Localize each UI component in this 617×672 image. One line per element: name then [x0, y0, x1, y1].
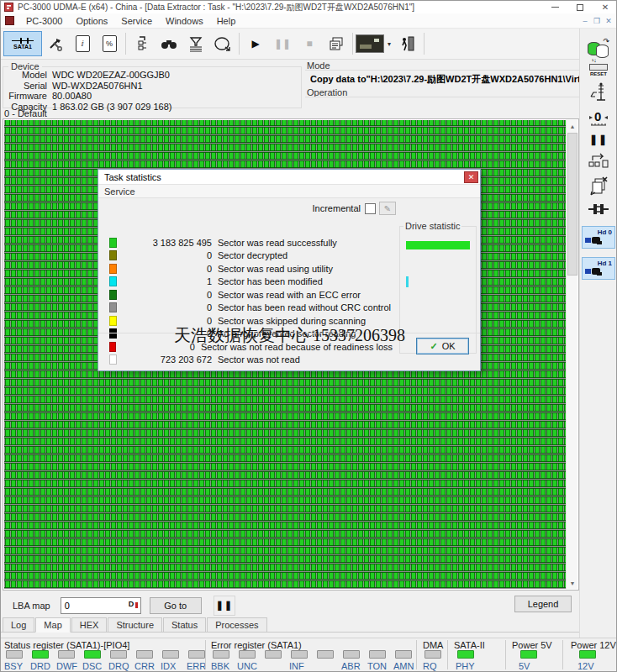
dropdown-arrow-icon[interactable]: ▾	[388, 40, 391, 48]
stop-task-button[interactable]: ■	[296, 31, 323, 56]
tab-processes[interactable]: Processes	[207, 617, 266, 632]
lba-input-value: 0	[65, 601, 128, 611]
color-chip	[109, 316, 117, 326]
run-task-button[interactable]: ▶	[242, 31, 269, 56]
map-pause-button[interactable]: ❚❚	[214, 596, 235, 616]
scroll-thumb[interactable]	[567, 133, 577, 276]
statistics-report-button[interactable]: %	[96, 31, 123, 56]
led-label: RQ	[423, 661, 437, 671]
led-indicator	[110, 650, 127, 659]
dialog-close-button[interactable]: ✕	[464, 171, 478, 183]
hd1-button[interactable]: Hd 1	[582, 257, 615, 280]
menu-bar: PC-3000 Options Service Windows Help – ❐…	[1, 13, 617, 29]
color-chip	[109, 238, 117, 248]
menu-windows[interactable]: Windows	[159, 14, 210, 28]
oscilloscope-button[interactable]: 0	[580, 108, 617, 129]
child-window-icon[interactable]	[5, 16, 14, 25]
pages-delete-icon	[588, 176, 609, 197]
incremental-checkbox[interactable]	[365, 203, 376, 214]
copy-pages-icon	[328, 35, 345, 52]
mode-value: Copy data to"H:\2023\7.29-励图WD2T开盘WXD2A5…	[310, 73, 579, 86]
disk-eject-icon	[214, 35, 232, 52]
lba-input[interactable]: 0	[61, 597, 141, 614]
led-indicator	[32, 650, 49, 659]
menu-help[interactable]: Help	[210, 14, 243, 28]
led-err: ERR	[187, 650, 213, 671]
scroll-up-icon[interactable]: ▲	[567, 120, 578, 132]
watermark-text: 天浩数据恢复中心 15337206398	[174, 324, 405, 347]
sata1-port-button[interactable]: SATA1	[3, 31, 42, 56]
copy-results-button[interactable]	[323, 31, 350, 56]
tab-status[interactable]: Status	[163, 617, 206, 632]
dialog-menu-service[interactable]: Service	[104, 185, 142, 198]
lba-format-icon[interactable]	[128, 600, 139, 611]
dialog-title-bar[interactable]: Task statistics ✕	[98, 170, 480, 185]
disk-copy-icon: ↷	[588, 39, 609, 59]
scroll-down-icon[interactable]: ▼	[567, 577, 578, 589]
search-button[interactable]	[156, 31, 182, 56]
child-minimize-button[interactable]: –	[579, 16, 591, 26]
color-chip	[109, 302, 117, 312]
ok-button[interactable]: ✓ OK	[416, 338, 469, 354]
filter-button[interactable]	[182, 31, 209, 56]
led-12v: 12V	[577, 650, 604, 671]
power-control-button[interactable]	[580, 81, 617, 103]
task-chain-button[interactable]	[580, 150, 617, 171]
led-rq: RQ	[423, 650, 449, 671]
sidebar-pause-button[interactable]: ❚❚	[580, 134, 617, 145]
map-view-button[interactable]: ▾	[356, 34, 394, 53]
reset-button[interactable]: RESET	[580, 64, 617, 76]
binoculars-icon	[161, 37, 177, 50]
utility-tools-button[interactable]	[42, 31, 69, 56]
led-indicator	[520, 650, 537, 659]
delete-pages-button[interactable]	[580, 176, 617, 197]
led-indicator	[188, 650, 205, 659]
goto-button[interactable]: Go to	[150, 597, 202, 614]
tab-hex[interactable]: HEX	[71, 617, 108, 632]
led-indicator	[579, 650, 596, 659]
tab-structure[interactable]: Structure	[108, 617, 162, 632]
led-indicator	[213, 650, 229, 659]
led-label: DSC	[82, 661, 102, 671]
copy-to-disk-button[interactable]: ↷	[580, 39, 617, 59]
lba-control-bar: LBA map 0 Go to ❚❚ Legend	[1, 594, 581, 617]
led-bbk: BBK	[211, 650, 237, 671]
edit-pencil-icon[interactable]: ✎	[379, 202, 396, 215]
maximize-button[interactable]	[567, 1, 593, 13]
data-extractor-button[interactable]	[209, 31, 236, 56]
drive-progress-bar	[406, 241, 470, 249]
task-info-button[interactable]: ⅈ	[69, 31, 96, 56]
stat-row: 0Sector decrypted	[98, 249, 393, 263]
close-button[interactable]: ✕	[593, 1, 617, 13]
stop-icon: ■	[306, 38, 312, 50]
terminator-button[interactable]	[580, 202, 617, 216]
color-chip	[109, 354, 117, 365]
map-settings-button[interactable]	[129, 31, 156, 56]
minimize-button[interactable]	[542, 1, 567, 13]
menu-pc3000[interactable]: PC-3000	[19, 14, 69, 28]
led-label: DRD	[30, 661, 50, 671]
led-label: DWF	[56, 661, 77, 671]
menu-service[interactable]: Service	[114, 14, 159, 28]
stat-row: 0Sector was read with an ECC error	[98, 288, 393, 302]
exit-button[interactable]	[394, 31, 421, 56]
map-scrollbar[interactable]: ▲ ▼	[566, 120, 577, 589]
child-close-button[interactable]: ✕	[603, 16, 614, 26]
led-label: UNC	[237, 661, 257, 671]
color-chip	[109, 250, 117, 260]
tab-log[interactable]: Log	[3, 617, 34, 632]
led-indicator	[457, 650, 474, 659]
led-label: BSY	[4, 661, 23, 671]
pause-task-button[interactable]: ❚❚	[269, 31, 296, 56]
tab-map[interactable]: Map	[35, 617, 70, 633]
menu-options[interactable]: Options	[69, 14, 114, 28]
legend-button[interactable]: Legend	[514, 596, 572, 612]
lba-map-label: LBA map	[13, 601, 50, 611]
led-indicator	[291, 650, 308, 659]
bottom-tabs: Log Map HEX Structure Status Processes	[1, 617, 581, 633]
play-icon: ▶	[251, 38, 259, 50]
hd0-button[interactable]: Hd 0	[582, 226, 615, 249]
pause-icon: ❚❚	[589, 134, 608, 145]
exit-door-icon	[400, 35, 415, 52]
child-restore-button[interactable]: ❐	[591, 16, 603, 26]
